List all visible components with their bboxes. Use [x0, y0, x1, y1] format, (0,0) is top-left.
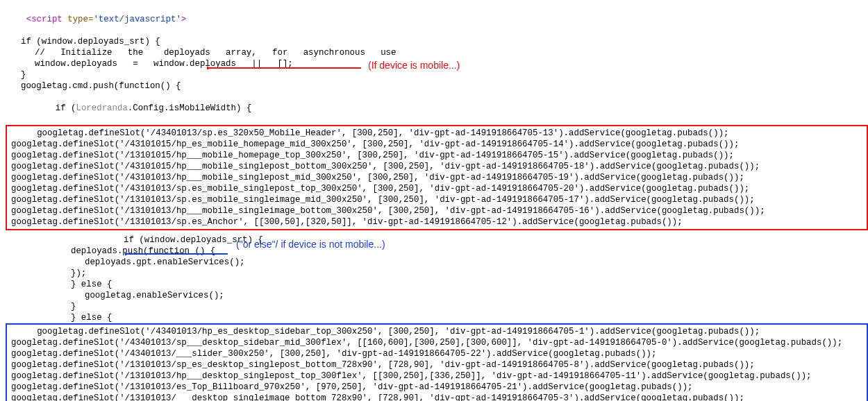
code-line: googletag.defineSlot('/43101015/hp_es_mo… — [11, 139, 865, 150]
code-line: googletag.defineSlot('/13101013/hp___des… — [11, 370, 865, 382]
code-line-else: } else { — [71, 312, 868, 323]
code-line: googletag.defineSlot('/13101013/sp.es_An… — [11, 216, 865, 228]
code-comment: // Initialize the deployads array, for a… — [35, 47, 868, 58]
code-line: googletag.defineSlot('/43401013/sp___des… — [11, 337, 865, 348]
code-line: if (window.deployads_srt) { — [124, 234, 868, 246]
code-line: } — [21, 69, 868, 80]
annotation-desktop: ("or else"/ if device is not mobile...) — [236, 239, 385, 250]
code-line: googletag.defineSlot('/13101013/sp.es_mo… — [11, 194, 865, 205]
annotation-mobile: (If device is mobile...) — [368, 60, 460, 71]
code-line: googletag.defineSlot('/43401013/sp.es_32… — [11, 128, 865, 139]
arrow-blue-icon — [125, 248, 229, 259]
code-line: googletag.defineSlot('/43401013/hp_es_de… — [11, 326, 865, 337]
code-line: googletag.defineSlot('/13101013/es_Top_B… — [11, 382, 865, 393]
mobile-defineslot-group: googletag.defineSlot('/43401013/sp.es_32… — [6, 125, 868, 230]
code-line: googletag.defineSlot('/43101013/hp___mob… — [11, 172, 865, 183]
code-line: } else { — [71, 279, 868, 290]
code-line: googletag.cmd.push(function() { — [21, 80, 868, 92]
code-line: googletag.enableServices(); — [85, 290, 868, 301]
code-line: }); — [71, 268, 868, 279]
code-line: googletag.defineSlot('/43101015/hp___mob… — [11, 161, 865, 172]
arrow-red-icon — [207, 62, 362, 74]
desktop-defineslot-group: googletag.defineSlot('/43401013/hp_es_de… — [6, 323, 868, 401]
code-line: googletag.defineSlot('/13101013/___deskt… — [11, 393, 865, 401]
code-line: googletag.defineSlot('/43401013/___slide… — [11, 348, 865, 359]
code-line-if-mobile: if (Loredranda.Config.isMobileWidth) { — [35, 92, 868, 125]
script-open-tag: <script type='text/javascript'> — [6, 3, 868, 36]
code-line: googletag.defineSlot('/13101013/sp_es_de… — [11, 359, 865, 370]
code-line: googletag.defineSlot('/43101013/sp.es_mo… — [11, 183, 865, 194]
code-line: } — [71, 301, 868, 312]
code-line: if (window.deployads_srt) { — [21, 36, 868, 47]
code-line: googletag.defineSlot('/13101015/hp___mob… — [11, 150, 865, 161]
code-view: (If device is mobile...) ("or else"/ if … — [0, 0, 868, 401]
code-line: googletag.defineSlot('/13101013/hp___mob… — [11, 205, 865, 216]
